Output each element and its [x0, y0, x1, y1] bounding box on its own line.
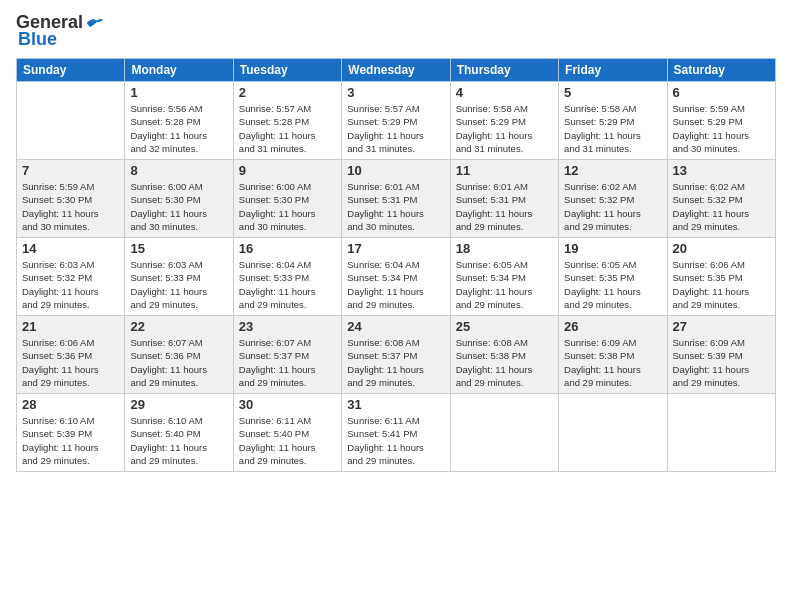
calendar-cell [450, 394, 558, 472]
day-info: Sunrise: 6:04 AM Sunset: 5:34 PM Dayligh… [347, 258, 444, 311]
day-info: Sunrise: 6:07 AM Sunset: 5:37 PM Dayligh… [239, 336, 336, 389]
calendar-cell: 3Sunrise: 5:57 AM Sunset: 5:29 PM Daylig… [342, 82, 450, 160]
calendar-cell: 18Sunrise: 6:05 AM Sunset: 5:34 PM Dayli… [450, 238, 558, 316]
day-number: 12 [564, 163, 661, 178]
calendar-cell: 20Sunrise: 6:06 AM Sunset: 5:35 PM Dayli… [667, 238, 775, 316]
day-info: Sunrise: 6:05 AM Sunset: 5:35 PM Dayligh… [564, 258, 661, 311]
weekday-header-thursday: Thursday [450, 59, 558, 82]
day-number: 28 [22, 397, 119, 412]
day-number: 30 [239, 397, 336, 412]
day-number: 20 [673, 241, 770, 256]
day-number: 10 [347, 163, 444, 178]
weekday-header-friday: Friday [559, 59, 667, 82]
calendar-cell: 16Sunrise: 6:04 AM Sunset: 5:33 PM Dayli… [233, 238, 341, 316]
day-number: 3 [347, 85, 444, 100]
day-info: Sunrise: 5:59 AM Sunset: 5:30 PM Dayligh… [22, 180, 119, 233]
calendar-cell [17, 82, 125, 160]
logo-blue-text: Blue [18, 29, 57, 50]
day-number: 16 [239, 241, 336, 256]
calendar-week-row: 28Sunrise: 6:10 AM Sunset: 5:39 PM Dayli… [17, 394, 776, 472]
logo-bird-icon [85, 15, 105, 31]
day-number: 17 [347, 241, 444, 256]
day-number: 31 [347, 397, 444, 412]
day-info: Sunrise: 6:11 AM Sunset: 5:40 PM Dayligh… [239, 414, 336, 467]
day-info: Sunrise: 6:06 AM Sunset: 5:35 PM Dayligh… [673, 258, 770, 311]
calendar-cell: 28Sunrise: 6:10 AM Sunset: 5:39 PM Dayli… [17, 394, 125, 472]
day-info: Sunrise: 6:08 AM Sunset: 5:37 PM Dayligh… [347, 336, 444, 389]
calendar-cell: 23Sunrise: 6:07 AM Sunset: 5:37 PM Dayli… [233, 316, 341, 394]
day-info: Sunrise: 6:10 AM Sunset: 5:40 PM Dayligh… [130, 414, 227, 467]
calendar-cell: 10Sunrise: 6:01 AM Sunset: 5:31 PM Dayli… [342, 160, 450, 238]
day-info: Sunrise: 6:03 AM Sunset: 5:33 PM Dayligh… [130, 258, 227, 311]
calendar-cell: 27Sunrise: 6:09 AM Sunset: 5:39 PM Dayli… [667, 316, 775, 394]
calendar-cell: 21Sunrise: 6:06 AM Sunset: 5:36 PM Dayli… [17, 316, 125, 394]
day-info: Sunrise: 5:57 AM Sunset: 5:28 PM Dayligh… [239, 102, 336, 155]
calendar-cell: 24Sunrise: 6:08 AM Sunset: 5:37 PM Dayli… [342, 316, 450, 394]
calendar-cell: 2Sunrise: 5:57 AM Sunset: 5:28 PM Daylig… [233, 82, 341, 160]
calendar-cell: 30Sunrise: 6:11 AM Sunset: 5:40 PM Dayli… [233, 394, 341, 472]
day-number: 24 [347, 319, 444, 334]
calendar-cell: 17Sunrise: 6:04 AM Sunset: 5:34 PM Dayli… [342, 238, 450, 316]
day-info: Sunrise: 5:58 AM Sunset: 5:29 PM Dayligh… [564, 102, 661, 155]
day-info: Sunrise: 6:03 AM Sunset: 5:32 PM Dayligh… [22, 258, 119, 311]
calendar-cell: 8Sunrise: 6:00 AM Sunset: 5:30 PM Daylig… [125, 160, 233, 238]
header: General Blue [16, 12, 776, 50]
calendar-cell [667, 394, 775, 472]
calendar-cell [559, 394, 667, 472]
weekday-header-row: SundayMondayTuesdayWednesdayThursdayFrid… [17, 59, 776, 82]
weekday-header-tuesday: Tuesday [233, 59, 341, 82]
calendar-cell: 9Sunrise: 6:00 AM Sunset: 5:30 PM Daylig… [233, 160, 341, 238]
calendar-cell: 6Sunrise: 5:59 AM Sunset: 5:29 PM Daylig… [667, 82, 775, 160]
day-number: 21 [22, 319, 119, 334]
calendar-cell: 7Sunrise: 5:59 AM Sunset: 5:30 PM Daylig… [17, 160, 125, 238]
day-info: Sunrise: 6:11 AM Sunset: 5:41 PM Dayligh… [347, 414, 444, 467]
day-info: Sunrise: 6:02 AM Sunset: 5:32 PM Dayligh… [673, 180, 770, 233]
day-number: 15 [130, 241, 227, 256]
day-number: 25 [456, 319, 553, 334]
calendar-cell: 13Sunrise: 6:02 AM Sunset: 5:32 PM Dayli… [667, 160, 775, 238]
page: General Blue SundayMondayTuesdayWednesda… [0, 0, 792, 612]
day-info: Sunrise: 5:57 AM Sunset: 5:29 PM Dayligh… [347, 102, 444, 155]
day-info: Sunrise: 6:09 AM Sunset: 5:39 PM Dayligh… [673, 336, 770, 389]
day-info: Sunrise: 5:59 AM Sunset: 5:29 PM Dayligh… [673, 102, 770, 155]
day-info: Sunrise: 6:10 AM Sunset: 5:39 PM Dayligh… [22, 414, 119, 467]
day-number: 2 [239, 85, 336, 100]
day-info: Sunrise: 6:00 AM Sunset: 5:30 PM Dayligh… [239, 180, 336, 233]
weekday-header-wednesday: Wednesday [342, 59, 450, 82]
calendar-week-row: 14Sunrise: 6:03 AM Sunset: 5:32 PM Dayli… [17, 238, 776, 316]
weekday-header-sunday: Sunday [17, 59, 125, 82]
day-info: Sunrise: 6:00 AM Sunset: 5:30 PM Dayligh… [130, 180, 227, 233]
logo: General Blue [16, 12, 105, 50]
day-number: 9 [239, 163, 336, 178]
calendar-week-row: 21Sunrise: 6:06 AM Sunset: 5:36 PM Dayli… [17, 316, 776, 394]
weekday-header-saturday: Saturday [667, 59, 775, 82]
day-info: Sunrise: 6:01 AM Sunset: 5:31 PM Dayligh… [456, 180, 553, 233]
calendar-cell: 25Sunrise: 6:08 AM Sunset: 5:38 PM Dayli… [450, 316, 558, 394]
day-number: 19 [564, 241, 661, 256]
calendar-cell: 12Sunrise: 6:02 AM Sunset: 5:32 PM Dayli… [559, 160, 667, 238]
day-info: Sunrise: 5:58 AM Sunset: 5:29 PM Dayligh… [456, 102, 553, 155]
calendar-week-row: 7Sunrise: 5:59 AM Sunset: 5:30 PM Daylig… [17, 160, 776, 238]
day-number: 1 [130, 85, 227, 100]
calendar-week-row: 1Sunrise: 5:56 AM Sunset: 5:28 PM Daylig… [17, 82, 776, 160]
day-info: Sunrise: 6:05 AM Sunset: 5:34 PM Dayligh… [456, 258, 553, 311]
calendar-cell: 1Sunrise: 5:56 AM Sunset: 5:28 PM Daylig… [125, 82, 233, 160]
day-info: Sunrise: 5:56 AM Sunset: 5:28 PM Dayligh… [130, 102, 227, 155]
day-info: Sunrise: 6:02 AM Sunset: 5:32 PM Dayligh… [564, 180, 661, 233]
day-number: 18 [456, 241, 553, 256]
day-number: 13 [673, 163, 770, 178]
day-info: Sunrise: 6:04 AM Sunset: 5:33 PM Dayligh… [239, 258, 336, 311]
day-number: 23 [239, 319, 336, 334]
calendar-cell: 22Sunrise: 6:07 AM Sunset: 5:36 PM Dayli… [125, 316, 233, 394]
day-info: Sunrise: 6:09 AM Sunset: 5:38 PM Dayligh… [564, 336, 661, 389]
day-number: 6 [673, 85, 770, 100]
day-number: 8 [130, 163, 227, 178]
calendar-cell: 5Sunrise: 5:58 AM Sunset: 5:29 PM Daylig… [559, 82, 667, 160]
day-number: 14 [22, 241, 119, 256]
calendar-cell: 26Sunrise: 6:09 AM Sunset: 5:38 PM Dayli… [559, 316, 667, 394]
day-number: 4 [456, 85, 553, 100]
calendar-cell: 15Sunrise: 6:03 AM Sunset: 5:33 PM Dayli… [125, 238, 233, 316]
weekday-header-monday: Monday [125, 59, 233, 82]
calendar-cell: 4Sunrise: 5:58 AM Sunset: 5:29 PM Daylig… [450, 82, 558, 160]
day-number: 7 [22, 163, 119, 178]
